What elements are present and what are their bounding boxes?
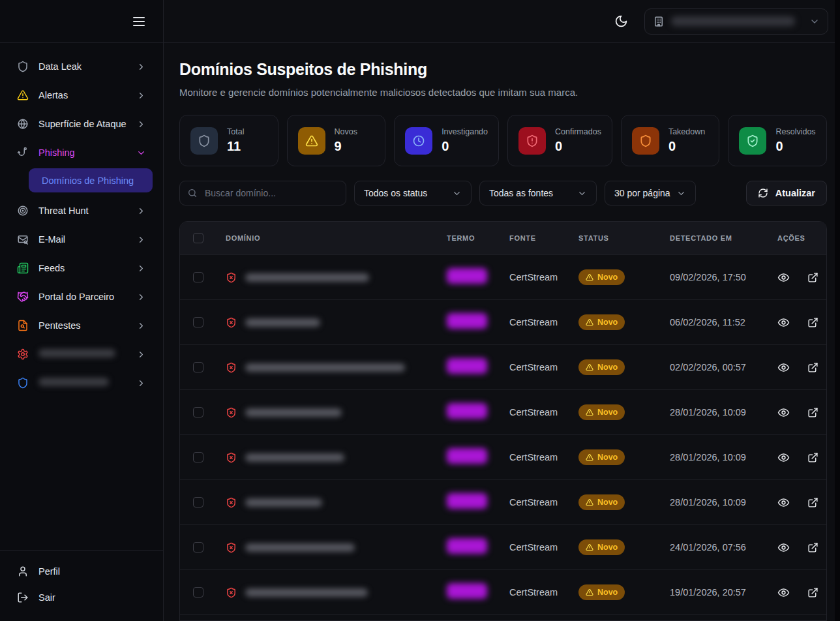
external-link-icon[interactable] xyxy=(807,272,818,283)
per-page-select[interactable]: 30 por página xyxy=(605,181,696,205)
shield-x-icon xyxy=(226,587,237,598)
sidebar-item-threat-hunt[interactable]: Threat Hunt xyxy=(10,196,153,225)
row-checkbox[interactable] xyxy=(193,317,203,327)
sidebar-item-label: Alertas xyxy=(38,90,127,100)
row-checkbox[interactable] xyxy=(193,587,203,598)
stat-card-total: Total11 xyxy=(179,115,278,166)
logout-icon xyxy=(17,592,29,603)
sidebar-item-sair[interactable]: Sair xyxy=(10,584,153,611)
external-link-icon[interactable] xyxy=(807,587,818,598)
chevron-right-icon xyxy=(136,378,146,388)
chevron-right-icon xyxy=(136,350,146,359)
shield-x-icon xyxy=(226,272,237,283)
globe-icon xyxy=(17,118,29,130)
scrollbar[interactable] xyxy=(835,0,840,621)
view-icon[interactable] xyxy=(777,271,790,284)
sidebar-item-perfil[interactable]: Perfil xyxy=(10,558,153,584)
view-icon[interactable] xyxy=(777,361,790,374)
external-link-icon[interactable] xyxy=(807,362,818,373)
status-filter-value: Todos os status xyxy=(364,188,427,198)
sidebar-subitem-label: Domínios de Phishing xyxy=(42,175,134,186)
detected-cell: 28/01/2026, 10:09 xyxy=(670,452,769,462)
refresh-button[interactable]: Atualizar xyxy=(746,181,827,205)
row-checkbox[interactable] xyxy=(193,272,203,282)
row-checkbox[interactable] xyxy=(193,497,203,507)
source-filter-select[interactable]: Todas as fontes xyxy=(479,181,597,205)
status-filter-select[interactable]: Todos os status xyxy=(354,181,472,205)
row-checkbox[interactable] xyxy=(193,362,203,372)
sidebar-item-email[interactable]: E-Mail xyxy=(10,225,153,254)
fish-hook-icon xyxy=(17,147,29,159)
detected-cell: 28/01/2026, 10:09 xyxy=(670,407,769,417)
chevron-right-icon xyxy=(136,292,146,302)
status-badge: Novo xyxy=(578,449,625,465)
row-checkbox[interactable] xyxy=(193,407,203,417)
search-input[interactable] xyxy=(179,181,346,205)
select-all-checkbox[interactable] xyxy=(193,233,203,243)
sidebar-item-redacted-shield[interactable] xyxy=(10,369,153,397)
alert-triangle-icon xyxy=(586,363,593,371)
shield-icon xyxy=(198,134,211,147)
source-cell: CertStream xyxy=(509,317,578,327)
view-icon[interactable] xyxy=(777,541,790,554)
redacted-domain xyxy=(245,543,355,552)
alert-triangle-icon xyxy=(586,408,593,416)
view-icon[interactable] xyxy=(777,451,790,464)
stat-label: Novos xyxy=(335,127,357,136)
sidebar-footer: Perfil Sair xyxy=(0,550,163,621)
sidebar-item-feeds[interactable]: Feeds xyxy=(10,254,153,282)
sidebar-item-data-leak[interactable]: Data Leak xyxy=(10,52,153,81)
row-checkbox[interactable] xyxy=(193,452,203,462)
column-header-domain: DOMÍNIO xyxy=(226,234,447,242)
chevron-down-icon xyxy=(136,148,146,158)
stat-card-resolvidos: Resolvidos0 xyxy=(728,115,827,166)
stat-label: Investigando xyxy=(442,127,488,136)
redacted-label xyxy=(38,349,115,357)
view-icon[interactable] xyxy=(777,496,790,509)
redacted-term-badge xyxy=(447,313,487,329)
sidebar-item-superficie-de-ataque[interactable]: Superfície de Ataque xyxy=(10,110,153,138)
shield-x-icon xyxy=(226,407,237,418)
external-link-icon[interactable] xyxy=(807,542,818,553)
chevron-right-icon xyxy=(136,321,146,331)
sidebar-item-alertas[interactable]: Alertas xyxy=(10,81,153,110)
chevron-right-icon xyxy=(136,91,146,100)
view-icon[interactable] xyxy=(777,406,790,419)
table-header: DOMÍNIO TERMO FONTE STATUS DETECTADO EM … xyxy=(180,222,826,254)
external-link-icon[interactable] xyxy=(807,317,818,328)
source-cell: CertStream xyxy=(509,407,578,417)
sidebar-item-label: Portal do Parceiro xyxy=(38,292,127,302)
redacted-domain xyxy=(245,363,405,372)
column-header-acoes: AÇÕES xyxy=(769,234,826,242)
chevron-right-icon xyxy=(136,62,146,72)
sidebar-item-redacted-admin[interactable] xyxy=(10,340,153,369)
shield-alert-icon xyxy=(526,134,539,147)
table-row: CertStream Novo 28/01/2026, 10:09 xyxy=(180,434,826,479)
status-badge: Novo xyxy=(578,404,625,420)
theme-toggle-button[interactable] xyxy=(609,10,633,33)
building-icon xyxy=(653,16,665,27)
table-row: CertStream Novo 28/01/2026, 10:09 xyxy=(180,389,826,434)
shield-check-icon xyxy=(746,134,759,147)
source-cell: CertStream xyxy=(509,587,578,598)
external-link-icon[interactable] xyxy=(807,497,818,508)
external-link-icon[interactable] xyxy=(807,407,818,418)
company-selector[interactable] xyxy=(644,8,828,35)
view-icon[interactable] xyxy=(777,316,790,329)
status-label: Novo xyxy=(597,498,618,507)
shield-x-icon xyxy=(226,452,237,463)
status-label: Novo xyxy=(597,543,618,552)
view-icon[interactable] xyxy=(777,586,790,599)
source-cell: CertStream xyxy=(509,542,578,553)
row-checkbox[interactable] xyxy=(193,542,203,553)
sidebar-item-portal-do-parceiro[interactable]: Portal do Parceiro xyxy=(10,282,153,311)
domains-table: DOMÍNIO TERMO FONTE STATUS DETECTADO EM … xyxy=(179,221,827,621)
chevron-right-icon xyxy=(136,235,146,245)
filters-row: Todos os status Todas as fontes 30 por p… xyxy=(179,181,827,205)
sidebar-item-pentestes[interactable]: Pentestes xyxy=(10,311,153,340)
sidebar-item-phishing[interactable]: Phishing xyxy=(10,138,153,167)
menu-toggle-icon[interactable] xyxy=(133,16,147,27)
sidebar-item-dominios-de-phishing[interactable]: Domínios de Phishing xyxy=(29,168,153,192)
detected-cell: 24/01/2026, 07:56 xyxy=(670,542,769,553)
external-link-icon[interactable] xyxy=(807,452,818,463)
